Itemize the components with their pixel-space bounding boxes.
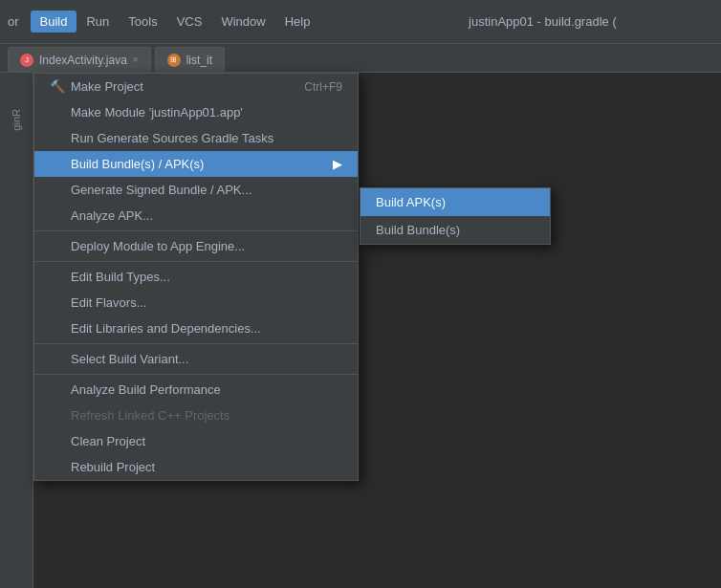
menu-item-label: Analyze APK...	[71, 208, 153, 223]
tab-icon-java: J	[20, 54, 33, 67]
menu-bar: Build Run Tools VCS Window Help	[31, 11, 372, 33]
menu-separator	[34, 374, 358, 375]
menu-item-label: Run Generate Sources Gradle Tasks	[71, 131, 273, 145]
menu-vcs[interactable]: VCS	[167, 11, 212, 33]
menu-item-label: Analyze Build Performance	[71, 382, 221, 397]
sidebar: ginR	[0, 73, 33, 588]
menu-separator	[34, 261, 358, 262]
menu-item-label: Make Module 'justinApp01.app'	[71, 105, 243, 120]
menu-item-build-bundle-apk[interactable]: Build Bundle(s) / APK(s)▶	[34, 151, 358, 177]
menu-item-label: Build Bundle(s) / APK(s)	[71, 157, 204, 171]
menu-item-label: Select Build Variant...	[71, 352, 188, 366]
menu-item-clean-project[interactable]: Clean Project	[34, 428, 358, 454]
menu-item-deploy-module[interactable]: Deploy Module to App Engine...	[34, 233, 358, 259]
menu-item-edit-build-types[interactable]: Edit Build Types...	[34, 264, 358, 290]
title-bar: or Build Run Tools VCS Window Help justi…	[0, 0, 721, 44]
menu-run[interactable]: Run	[76, 11, 119, 33]
menu-item-rebuild-project[interactable]: Rebuild Project	[34, 454, 358, 480]
tab-bar: J IndexActivity.java × ⊞ list_it	[0, 44, 721, 73]
main-content: ginR You... ...ject configura 编译app appc…	[0, 73, 721, 588]
menu-item-select-variant[interactable]: Select Build Variant...	[34, 346, 358, 372]
menu-item-run-generate[interactable]: Run Generate Sources Gradle Tasks	[34, 125, 358, 151]
menu-item-edit-flavors[interactable]: Edit Flavors...	[34, 290, 358, 316]
menu-item-edit-libraries[interactable]: Edit Libraries and Dependencies...	[34, 316, 358, 341]
menu-item-generate-signed[interactable]: Generate Signed Bundle / APK...	[34, 177, 358, 203]
menu-build[interactable]: Build	[31, 11, 77, 33]
menu-separator	[34, 343, 358, 344]
tab-label-list: list_it	[186, 54, 212, 67]
menu-window[interactable]: Window	[211, 11, 274, 33]
tab-close-indexactivity[interactable]: ×	[133, 54, 139, 65]
sidebar-label: ginR	[11, 109, 22, 131]
tab-indexactivity[interactable]: J IndexActivity.java ×	[8, 47, 151, 72]
menu-item-label: Refresh Linked C++ Projects	[71, 408, 229, 423]
menu-item-label: Deploy Module to App Engine...	[71, 239, 245, 253]
menu-item-label: Rebuild Project	[71, 460, 155, 474]
build-menu[interactable]: 🔨Make ProjectCtrl+F9Make Module 'justinA…	[33, 73, 359, 481]
menu-separator	[34, 230, 358, 231]
title-bar-left-text: or	[8, 14, 19, 29]
tab-label-indexactivity: IndexActivity.java	[39, 54, 127, 67]
menu-item-refresh-cpp: Refresh Linked C++ Projects	[34, 403, 358, 428]
menu-item-label: Edit Build Types...	[71, 270, 170, 284]
menu-help[interactable]: Help	[275, 11, 320, 33]
submenu-item-build-apks[interactable]: Build APK(s)	[360, 188, 550, 216]
menu-item-label: Clean Project	[71, 434, 145, 448]
menu-item-analyze-apk[interactable]: Analyze APK...	[34, 203, 358, 229]
submenu-arrow: ▶	[333, 157, 342, 171]
hammer-icon: 🔨	[50, 79, 65, 94]
menu-item-analyze-perf[interactable]: Analyze Build Performance	[34, 377, 358, 403]
window-title: justinApp01 - build.gradle (	[372, 14, 713, 29]
menu-item-label: Edit Libraries and Dependencies...	[71, 321, 261, 336]
tab-icon-list: ⊞	[167, 54, 181, 67]
build-submenu[interactable]: Build APK(s)Build Bundle(s)	[360, 187, 551, 245]
shortcut-label: Ctrl+F9	[304, 80, 342, 94]
menu-item-label: Make Project	[71, 79, 143, 94]
tab-list[interactable]: ⊞ list_it	[155, 47, 225, 72]
menu-item-label: Generate Signed Bundle / APK...	[71, 183, 251, 197]
menu-item-label: Edit Flavors...	[71, 295, 146, 310]
menu-item-make-project[interactable]: 🔨Make ProjectCtrl+F9	[34, 74, 358, 99]
menu-item-make-module[interactable]: Make Module 'justinApp01.app'	[34, 99, 358, 125]
submenu-item-build-bundles[interactable]: Build Bundle(s)	[360, 216, 550, 244]
menu-tools[interactable]: Tools	[119, 11, 166, 33]
